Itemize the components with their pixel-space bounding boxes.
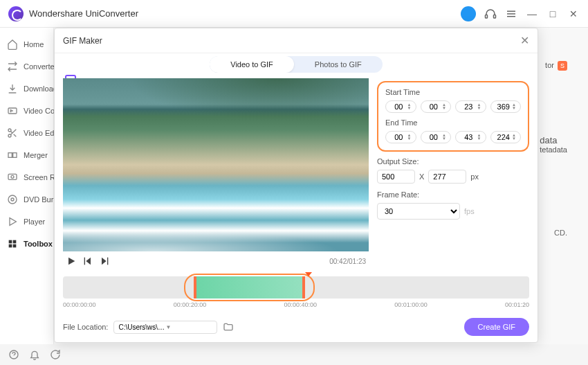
prev-frame-button[interactable] (82, 256, 93, 267)
start-seconds-stepper[interactable]: 23▲▼ (455, 100, 486, 113)
sidebar: Home Converter Downloader Video Compress… (0, 28, 54, 344)
svg-point-6 (8, 129, 11, 132)
merge-icon (7, 150, 18, 161)
output-width-input[interactable] (377, 170, 415, 184)
settings-pane: Start Time 00▲▼ 00▲▼ 23▲▼ 369▲▼ End Time… (377, 78, 529, 271)
preview-pane: 00:42/01:23 (63, 78, 369, 271)
recorder-icon (7, 172, 18, 183)
bell-icon[interactable] (29, 349, 40, 360)
svg-marker-24 (102, 258, 107, 265)
create-gif-button[interactable]: Create GIF (464, 318, 529, 336)
svg-point-12 (8, 195, 17, 204)
svg-rect-8 (8, 153, 12, 158)
end-seconds-stepper[interactable]: 43▲▼ (455, 131, 486, 143)
bg-cd-label: CD. (554, 229, 567, 237)
statusbar (0, 344, 69, 365)
sidebar-item-toolbox[interactable]: Toolbox (0, 233, 53, 255)
headset-icon[interactable] (484, 8, 497, 20)
sidebar-item-dvd[interactable]: DVD Burner (0, 188, 53, 211)
svg-rect-16 (13, 240, 17, 244)
folder-icon[interactable] (223, 321, 234, 332)
play-button[interactable] (66, 256, 77, 267)
home-icon (7, 39, 18, 50)
gif-mode-tabs: Video to GIF Photos to GIF (55, 53, 538, 73)
frame-rate-label: Frame Rate: (377, 190, 529, 199)
svg-marker-14 (10, 218, 16, 226)
end-minutes-stepper[interactable]: 00▲▼ (421, 131, 452, 143)
svg-point-11 (11, 175, 14, 178)
timeline-selection[interactable] (194, 276, 306, 299)
sidebar-item-compressor[interactable]: Video Compressor (0, 100, 53, 122)
compress-icon (7, 105, 18, 116)
output-unit-label: px (470, 172, 479, 181)
start-minutes-stepper[interactable]: 00▲▼ (421, 100, 452, 113)
svg-rect-1 (494, 15, 496, 18)
feedback-icon[interactable] (50, 349, 61, 360)
svg-rect-25 (107, 258, 108, 265)
timeline-track[interactable] (63, 276, 529, 299)
help-icon[interactable] (8, 349, 19, 360)
sidebar-item-player[interactable]: Player (0, 211, 53, 233)
start-hours-stepper[interactable]: 00▲▼ (385, 100, 416, 113)
play-icon (7, 216, 18, 227)
toolbox-icon (7, 238, 18, 249)
badge-s: S (558, 61, 567, 71)
end-ms-stepper[interactable]: 224▲▼ (490, 131, 522, 143)
start-ms-stepper[interactable]: 369▲▼ (490, 100, 522, 113)
timecode: 00:42/01:23 (329, 258, 366, 265)
output-size-label: Output Size: (377, 157, 529, 166)
bg-metadata-label: datatetadata (540, 135, 567, 154)
svg-marker-21 (68, 258, 75, 265)
gif-maker-window: GIF Maker ✕ Video to GIF Photos to GIF (54, 28, 538, 343)
file-location-select[interactable]: C:\Users\ws\Pictures\Wonders▼ (113, 321, 217, 334)
svg-marker-22 (86, 258, 91, 265)
player-controls: 00:42/01:23 (63, 251, 369, 271)
app-title: Wondershare UniConverter (29, 8, 138, 19)
tab-photos-to-gif[interactable]: Photos to GIF (294, 56, 383, 73)
disc-icon (7, 194, 18, 205)
sidebar-item-merger[interactable]: Merger (0, 144, 53, 166)
time-range-group: Start Time 00▲▼ 00▲▼ 23▲▼ 369▲▼ End Time… (377, 81, 529, 152)
gif-close-button[interactable]: ✕ (520, 34, 529, 47)
sidebar-item-converter[interactable]: Converter (0, 55, 53, 78)
download-icon (7, 83, 18, 94)
sidebar-item-downloader[interactable]: Downloader (0, 78, 53, 100)
gif-footer: File Location: C:\Users\ws\Pictures\Wond… (55, 311, 538, 343)
svg-rect-9 (13, 153, 17, 158)
frame-rate-select[interactable]: 30 (377, 203, 460, 220)
bg-tor-label: tor S (545, 61, 567, 71)
end-hours-stepper[interactable]: 00▲▼ (385, 131, 416, 143)
start-time-label: Start Time (385, 88, 521, 96)
titlebar: Wondershare UniConverter — □ ✕ (0, 0, 588, 28)
timeline-ruler: 00:00:00:0000:00:20:0000:00:40:0000:01:0… (63, 299, 529, 311)
output-height-input[interactable] (428, 170, 466, 184)
svg-rect-10 (8, 174, 17, 179)
output-x-label: X (419, 172, 424, 181)
minimize-button[interactable]: — (526, 8, 538, 20)
close-button[interactable]: ✕ (567, 8, 580, 20)
svg-rect-17 (9, 244, 12, 248)
converter-icon (7, 61, 18, 72)
svg-point-7 (8, 134, 11, 137)
tab-video-to-gif[interactable]: Video to GIF (210, 56, 294, 73)
end-time-label: End Time (385, 118, 521, 127)
fps-unit-label: fps (464, 207, 475, 215)
content: tor S datatetadata CD. GIF Maker ✕ Video… (54, 28, 588, 344)
video-preview[interactable] (63, 78, 369, 251)
file-location-label: File Location: (63, 323, 108, 331)
timeline: 00:00:00:0000:00:20:0000:00:40:0000:01:0… (63, 276, 529, 311)
sidebar-item-editor[interactable]: Video Editor (0, 122, 53, 144)
svg-point-13 (11, 198, 14, 201)
svg-rect-18 (13, 244, 17, 248)
maximize-button[interactable]: □ (546, 8, 559, 20)
scissors-icon (7, 127, 18, 139)
menu-icon[interactable] (505, 8, 517, 20)
next-frame-button[interactable] (99, 256, 110, 267)
svg-rect-0 (486, 15, 488, 18)
user-avatar[interactable] (461, 6, 476, 21)
sidebar-item-recorder[interactable]: Screen Recorder (0, 166, 53, 188)
sidebar-item-home[interactable]: Home (0, 33, 53, 55)
timeline-playhead[interactable] (305, 272, 312, 276)
gif-window-title: GIF Maker (63, 36, 520, 46)
app-logo (8, 6, 24, 21)
